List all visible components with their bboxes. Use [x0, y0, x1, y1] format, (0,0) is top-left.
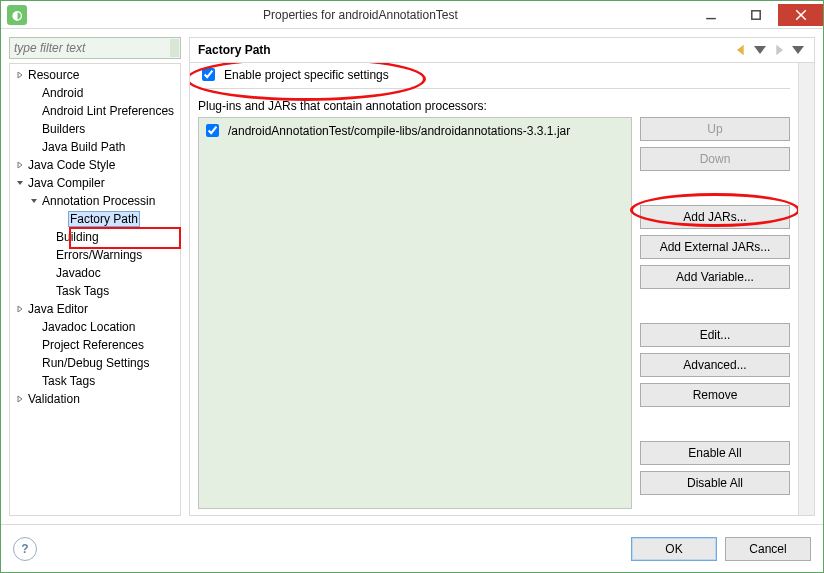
list-item[interactable]: /androidAnnotationTest/compile-libs/andr… — [202, 121, 628, 140]
right-panel: Factory Path Enable project specific set… — [189, 37, 815, 516]
tree-item-label: Javadoc — [54, 266, 103, 280]
tree-item-label: Validation — [26, 392, 82, 406]
page-title: Factory Path — [198, 43, 271, 57]
button-column: Up Down Add JARs... Add External JARs...… — [640, 117, 790, 509]
tree-item-label: Factory Path — [68, 211, 140, 227]
edit-button[interactable]: Edit... — [640, 323, 790, 347]
tree-item[interactable]: Building — [10, 228, 180, 246]
dialog-footer: ? OK Cancel — [1, 524, 823, 572]
remove-button[interactable]: Remove — [640, 383, 790, 407]
tree-item-label: Annotation Processin — [40, 194, 157, 208]
tree-item[interactable]: Java Code Style — [10, 156, 180, 174]
forward-menu-icon[interactable] — [790, 42, 806, 58]
page-body: Enable project specific settings Plug-in… — [190, 63, 798, 515]
minimize-button[interactable] — [688, 4, 733, 26]
window-buttons — [688, 4, 823, 26]
tree-item-label: Resource — [26, 68, 81, 82]
chevron-right-icon[interactable] — [14, 161, 26, 169]
enable-specific-row: Enable project specific settings — [198, 69, 790, 89]
tree-item[interactable]: Factory Path — [10, 210, 180, 228]
clear-filter-button[interactable] — [170, 39, 179, 57]
tree-item[interactable]: Java Editor — [10, 300, 180, 318]
tree-item-label: Java Compiler — [26, 176, 107, 190]
chevron-right-icon[interactable] — [14, 71, 26, 79]
window-title: Properties for androidAnnotationTest — [33, 8, 688, 22]
chevron-right-icon[interactable] — [14, 395, 26, 403]
tree-item-label: Android — [40, 86, 85, 100]
enable-all-button[interactable]: Enable All — [640, 441, 790, 465]
tree-item-label: Building — [54, 230, 101, 244]
vertical-scrollbar[interactable] — [798, 63, 814, 515]
tree-item-label: Builders — [40, 122, 87, 136]
tree-item-label: Run/Debug Settings — [40, 356, 151, 370]
tree-item[interactable]: Android — [10, 84, 180, 102]
chevron-down-icon[interactable] — [14, 179, 26, 187]
filter-input[interactable] — [10, 41, 169, 55]
content-row: /androidAnnotationTest/compile-libs/andr… — [198, 117, 790, 509]
tree-item[interactable]: Task Tags — [10, 282, 180, 300]
up-button[interactable]: Up — [640, 117, 790, 141]
chevron-down-icon[interactable] — [28, 197, 40, 205]
help-button[interactable]: ? — [13, 537, 37, 561]
tree-item[interactable]: Android Lint Preferences — [10, 102, 180, 120]
chevron-right-icon[interactable] — [14, 305, 26, 313]
add-jars-button[interactable]: Add JARs... — [640, 205, 790, 229]
ok-button[interactable]: OK — [631, 537, 717, 561]
tree-item[interactable]: Errors/Warnings — [10, 246, 180, 264]
enable-specific-label: Enable project specific settings — [224, 68, 389, 82]
tree-item-label: Java Code Style — [26, 158, 117, 172]
page-nav — [733, 42, 806, 58]
advanced-button[interactable]: Advanced... — [640, 353, 790, 377]
tree-item-label: Project References — [40, 338, 146, 352]
back-icon[interactable] — [733, 42, 749, 58]
list-item-path: /androidAnnotationTest/compile-libs/andr… — [228, 124, 570, 138]
svg-rect-1 — [751, 10, 759, 18]
list-item-checkbox[interactable] — [206, 124, 219, 137]
tree-item[interactable]: Task Tags — [10, 372, 180, 390]
tree-item[interactable]: Validation — [10, 390, 180, 408]
tree-item-label: Task Tags — [54, 284, 111, 298]
disable-all-button[interactable]: Disable All — [640, 471, 790, 495]
add-variable-button[interactable]: Add Variable... — [640, 265, 790, 289]
enable-specific-checkbox[interactable] — [202, 68, 215, 81]
tree-item[interactable]: Javadoc Location — [10, 318, 180, 336]
tree-item-label: Javadoc Location — [40, 320, 137, 334]
category-tree[interactable]: ResourceAndroidAndroid Lint PreferencesB… — [9, 63, 181, 516]
page-header: Factory Path — [190, 38, 814, 63]
dialog-body: ResourceAndroidAndroid Lint PreferencesB… — [1, 29, 823, 524]
close-button[interactable] — [778, 4, 823, 26]
tree-item-label: Task Tags — [40, 374, 97, 388]
filter-box — [9, 37, 181, 59]
tree-item-label: Errors/Warnings — [54, 248, 144, 262]
list-label: Plug-ins and JARs that contain annotatio… — [198, 99, 790, 113]
cancel-button[interactable]: Cancel — [725, 537, 811, 561]
tree-item[interactable]: Builders — [10, 120, 180, 138]
add-external-jars-button[interactable]: Add External JARs... — [640, 235, 790, 259]
app-icon: ◐ — [7, 5, 27, 25]
tree-item-label: Java Editor — [26, 302, 90, 316]
down-button[interactable]: Down — [640, 147, 790, 171]
properties-dialog: ◐ Properties for androidAnnotationTest R… — [0, 0, 824, 573]
left-panel: ResourceAndroidAndroid Lint PreferencesB… — [9, 37, 181, 516]
titlebar: ◐ Properties for androidAnnotationTest — [1, 1, 823, 29]
tree-item[interactable]: Resource — [10, 66, 180, 84]
forward-icon[interactable] — [771, 42, 787, 58]
maximize-button[interactable] — [733, 4, 778, 26]
tree-item[interactable]: Javadoc — [10, 264, 180, 282]
tree-item[interactable]: Annotation Processin — [10, 192, 180, 210]
tree-item-label: Android Lint Preferences — [40, 104, 176, 118]
jars-listbox[interactable]: /androidAnnotationTest/compile-libs/andr… — [198, 117, 632, 509]
back-menu-icon[interactable] — [752, 42, 768, 58]
tree-item[interactable]: Java Build Path — [10, 138, 180, 156]
tree-item[interactable]: Java Compiler — [10, 174, 180, 192]
tree-item-label: Java Build Path — [40, 140, 127, 154]
tree-item[interactable]: Project References — [10, 336, 180, 354]
tree-item[interactable]: Run/Debug Settings — [10, 354, 180, 372]
